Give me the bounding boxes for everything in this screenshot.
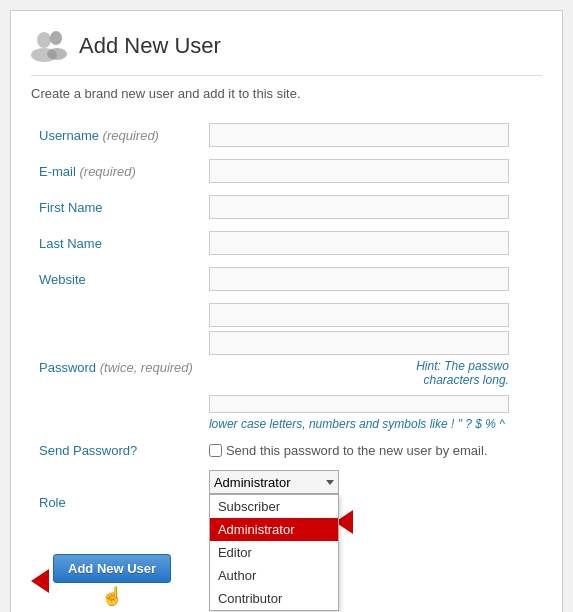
email-input[interactable]	[209, 159, 509, 183]
add-user-button-section: Add New User ☝	[31, 554, 171, 607]
send-password-text: Send this password to the new user by em…	[226, 443, 488, 458]
email-label: E-mail (required)	[31, 153, 201, 189]
role-dropdown: Subscriber Administrator Editor Author C…	[209, 494, 339, 611]
role-option-contributor[interactable]: Contributor	[210, 587, 338, 610]
svg-point-1	[50, 31, 62, 45]
role-option-administrator[interactable]: Administrator	[210, 518, 338, 541]
role-option-subscriber[interactable]: Subscriber	[210, 495, 338, 518]
page-header: Add New User	[31, 27, 542, 76]
username-input[interactable]	[209, 123, 509, 147]
send-password-checkbox[interactable]	[209, 444, 222, 457]
role-dropdown-arrow-icon	[326, 480, 334, 485]
email-row: E-mail (required)	[31, 153, 542, 189]
send-password-row: Send Password? Send this password to the…	[31, 437, 542, 464]
add-user-form-container: Add New User Create a brand new user and…	[10, 10, 563, 612]
password-row: Password (twice, required) Hint: The pas…	[31, 297, 542, 437]
arrow-to-button-icon	[31, 569, 49, 593]
website-row: Website	[31, 261, 542, 297]
firstname-input[interactable]	[209, 195, 509, 219]
role-label: Role	[31, 464, 201, 540]
hint-line3: lower case letters, numbers and symbols …	[209, 417, 509, 431]
svg-point-3	[47, 48, 67, 60]
firstname-label: First Name	[31, 189, 201, 225]
lastname-row: Last Name	[31, 225, 542, 261]
page-title: Add New User	[79, 33, 221, 59]
website-input[interactable]	[209, 267, 509, 291]
password-label: Password (twice, required)	[31, 297, 201, 437]
add-new-user-button[interactable]: Add New User	[53, 554, 171, 583]
send-password-label-check[interactable]: Send this password to the new user by em…	[209, 443, 534, 458]
role-select-container: Administrator Subscriber Administrator E…	[209, 470, 339, 494]
form-table: Username (required) E-mail (required) Fi…	[31, 117, 542, 540]
role-option-author[interactable]: Author	[210, 564, 338, 587]
send-password-label: Send Password?	[31, 437, 201, 464]
svg-point-0	[37, 32, 51, 48]
lastname-label: Last Name	[31, 225, 201, 261]
username-row: Username (required)	[31, 117, 542, 153]
firstname-row: First Name	[31, 189, 542, 225]
username-label: Username (required)	[31, 117, 201, 153]
subtitle: Create a brand new user and add it to th…	[31, 86, 542, 101]
password-input-2[interactable]	[209, 331, 509, 355]
password-input-1[interactable]	[209, 303, 509, 327]
role-option-editor[interactable]: Editor	[210, 541, 338, 564]
role-row: Role Administrator Subscriber Administra…	[31, 464, 542, 540]
cursor-hand-icon: ☝	[101, 585, 123, 607]
lastname-input[interactable]	[209, 231, 509, 255]
role-selected-value: Administrator	[214, 475, 326, 490]
password-hint: Hint: The passwo characters long.	[209, 359, 509, 387]
website-label: Website	[31, 261, 201, 297]
users-icon	[31, 27, 69, 65]
role-select-display[interactable]: Administrator	[209, 470, 339, 494]
password-strength-bar	[209, 395, 509, 413]
